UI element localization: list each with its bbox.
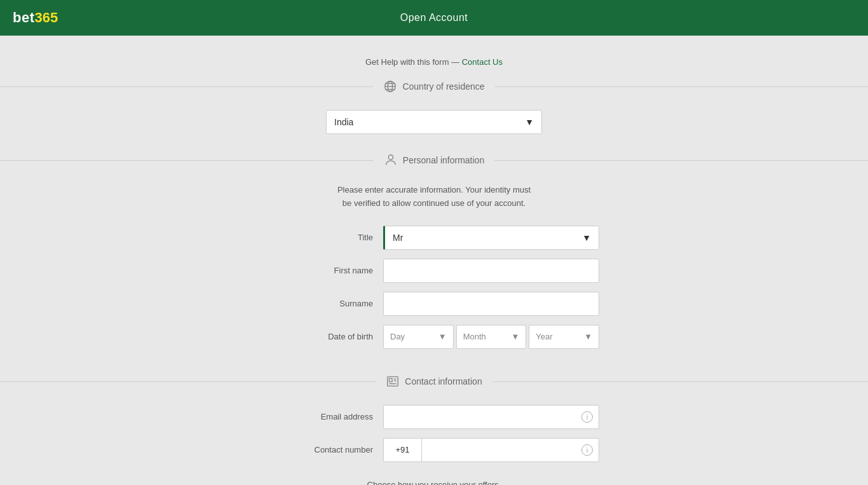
contact-number-wrapper: +91 i bbox=[383, 438, 599, 462]
year-select[interactable]: Year ▼ bbox=[529, 325, 599, 349]
day-select[interactable]: Day ▼ bbox=[383, 325, 454, 349]
email-info-icon[interactable]: i bbox=[581, 411, 593, 423]
header: bet365 Open Account bbox=[0, 0, 868, 36]
country-label-text: Country of residence bbox=[402, 81, 484, 92]
first-name-input[interactable] bbox=[383, 259, 599, 283]
logo-bet-text: bet bbox=[13, 10, 35, 26]
email-input-wrapper: i bbox=[383, 405, 599, 429]
country-select-wrapper: India ▼ bbox=[0, 100, 868, 147]
email-control: i bbox=[383, 405, 599, 429]
month-select[interactable]: Month ▼ bbox=[456, 325, 527, 349]
country-code-display: +91 bbox=[383, 438, 421, 462]
logo-365-text: 365 bbox=[35, 10, 58, 26]
svg-point-5 bbox=[388, 155, 393, 160]
page-title: Open Account bbox=[400, 12, 468, 24]
dob-row: Date of birth Day ▼ Month ▼ Year ▼ bbox=[0, 325, 868, 349]
first-name-row: First name bbox=[0, 259, 868, 283]
title-control: Mr ▼ bbox=[383, 226, 599, 250]
day-label: Day bbox=[390, 332, 405, 341]
title-label: Title bbox=[269, 233, 383, 242]
email-input[interactable] bbox=[383, 405, 599, 429]
country-select[interactable]: India ▼ bbox=[326, 110, 542, 134]
logo: bet365 bbox=[13, 10, 58, 26]
email-label: Email address bbox=[269, 412, 383, 421]
month-label: Month bbox=[463, 332, 486, 341]
personal-info-form: Please enter accurate information. Your … bbox=[0, 174, 868, 368]
personal-info-divider: Personal information bbox=[0, 147, 868, 174]
year-label: Year bbox=[536, 332, 552, 341]
chevron-down-icon: ▼ bbox=[525, 117, 534, 127]
country-section-label: Country of residence bbox=[373, 79, 494, 93]
contact-input-wrapper: i bbox=[421, 438, 599, 462]
day-chevron-icon: ▼ bbox=[438, 332, 447, 341]
dob-control: Day ▼ Month ▼ Year ▼ bbox=[383, 325, 599, 349]
title-selected-value: Mr bbox=[393, 233, 403, 243]
description-line1: Please enter accurate information. Your … bbox=[337, 185, 531, 195]
personal-info-description: Please enter accurate information. Your … bbox=[0, 184, 868, 210]
person-icon bbox=[384, 153, 398, 167]
contact-number-row: Contact number +91 i bbox=[0, 438, 868, 462]
surname-label: Surname bbox=[269, 299, 383, 308]
title-row: Title Mr ▼ bbox=[0, 226, 868, 250]
contact-info-form: Email address i Contact number +91 i bbox=[0, 395, 868, 485]
help-bar: Get Help with this form — Contact Us bbox=[0, 48, 868, 73]
country-selected-value: India bbox=[334, 117, 353, 127]
help-text: Get Help with this form — bbox=[365, 57, 459, 67]
offers-text: Choose how you receive your offers. bbox=[367, 480, 501, 485]
svg-rect-7 bbox=[390, 378, 393, 382]
main-content: Get Help with this form — Contact Us Cou… bbox=[0, 36, 868, 485]
contact-info-label-text: Contact information bbox=[405, 376, 482, 386]
contact-number-label: Contact number bbox=[269, 445, 383, 454]
offers-section: Choose how you receive your offers. bbox=[0, 471, 868, 485]
contact-info-icon[interactable]: i bbox=[581, 444, 593, 456]
surname-input[interactable] bbox=[383, 292, 599, 316]
contact-info-section-label: Contact information bbox=[376, 374, 492, 388]
contact-info-divider: Contact information bbox=[0, 368, 868, 395]
contact-icon bbox=[386, 374, 400, 388]
dob-label: Date of birth bbox=[269, 332, 383, 341]
email-row: Email address i bbox=[0, 405, 868, 429]
personal-info-label-text: Personal information bbox=[403, 155, 484, 165]
contact-us-link[interactable]: Contact Us bbox=[462, 57, 503, 67]
globe-icon bbox=[383, 79, 397, 93]
contact-number-control: +91 i bbox=[383, 438, 599, 462]
personal-info-section-label: Personal information bbox=[374, 153, 494, 167]
surname-control bbox=[383, 292, 599, 316]
surname-row: Surname bbox=[0, 292, 868, 316]
contact-number-input[interactable] bbox=[421, 438, 599, 462]
first-name-control bbox=[383, 259, 599, 283]
description-line2: be verified to allow continued use of yo… bbox=[342, 198, 526, 208]
month-chevron-icon: ▼ bbox=[511, 332, 519, 341]
year-chevron-icon: ▼ bbox=[584, 332, 592, 341]
title-chevron-icon: ▼ bbox=[582, 233, 591, 243]
title-select[interactable]: Mr ▼ bbox=[383, 226, 599, 250]
first-name-label: First name bbox=[269, 266, 383, 275]
dob-selects: Day ▼ Month ▼ Year ▼ bbox=[383, 325, 599, 349]
country-section-divider: Country of residence bbox=[0, 73, 868, 100]
